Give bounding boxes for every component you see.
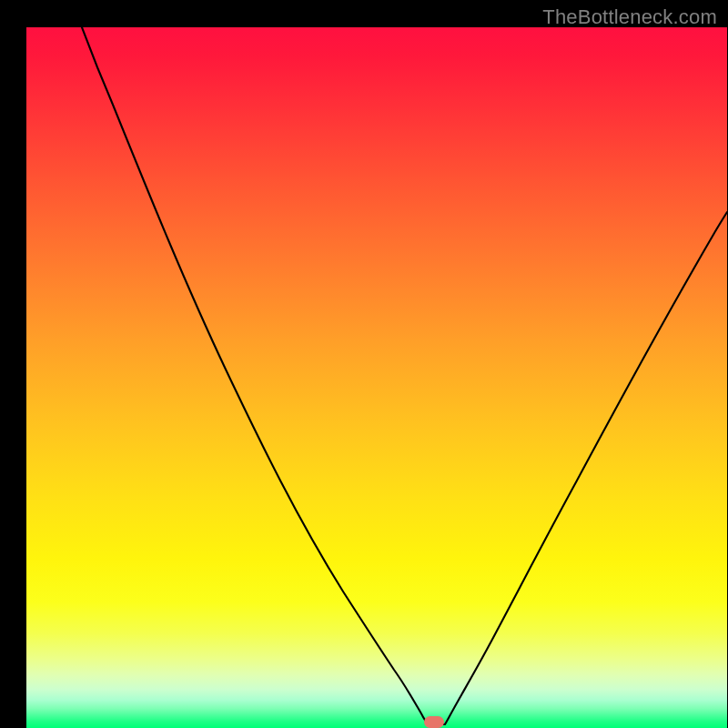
watermark-text: TheBottleneck.com bbox=[542, 5, 717, 29]
chart-frame: TheBottleneck.com bbox=[0, 0, 728, 728]
curve-layer bbox=[26, 27, 727, 728]
plot-area bbox=[26, 27, 727, 728]
optimal-point-marker bbox=[424, 716, 444, 728]
bottleneck-curve bbox=[82, 27, 727, 724]
